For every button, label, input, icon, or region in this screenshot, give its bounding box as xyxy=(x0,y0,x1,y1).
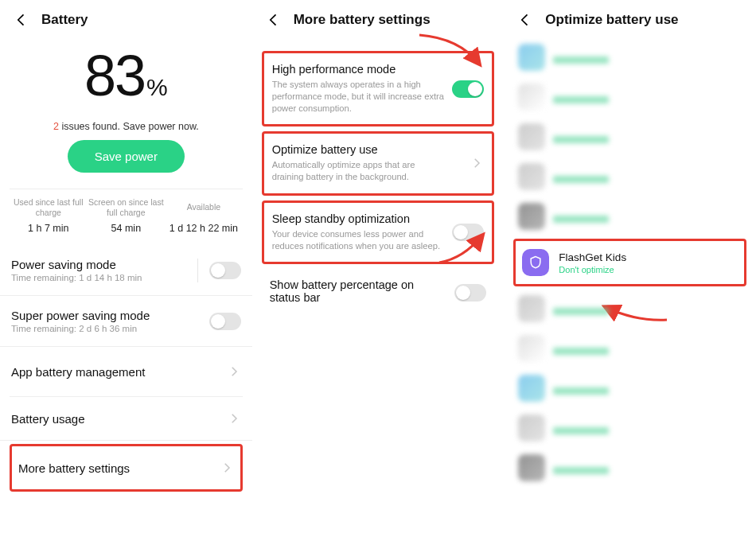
row-title: Super power saving mode xyxy=(11,309,209,322)
issues-count: 2 xyxy=(53,121,59,132)
app-status-blurred xyxy=(553,216,609,223)
flashget-kids-app-icon xyxy=(522,249,549,276)
app-name: FlashGet Kids xyxy=(559,251,738,263)
app-icon xyxy=(518,414,545,442)
battery-screen: Battery 83% 2 issues found. Save power n… xyxy=(0,0,252,537)
stat-col-screen: Screen on since last full charge 54 min xyxy=(88,197,166,234)
row-sleep-standby-optimization[interactable]: Sleep standby optimization Your device c… xyxy=(262,200,495,264)
list-item[interactable] xyxy=(513,159,746,194)
back-button[interactable] xyxy=(265,11,283,29)
stat-label: Screen on since last full charge xyxy=(88,197,166,218)
chevron-right-icon xyxy=(470,156,484,170)
battery-percent-value: 83 xyxy=(84,43,145,108)
arrow-left-icon xyxy=(517,12,533,28)
header: More battery settings xyxy=(262,11,495,29)
app-icon xyxy=(518,335,545,362)
issues-suffix: issues found. Save power now. xyxy=(59,121,199,132)
save-power-button[interactable]: Save power xyxy=(68,140,185,173)
app-icon xyxy=(518,123,545,150)
chevron-right-icon xyxy=(227,411,241,426)
app-status-blurred xyxy=(553,387,609,395)
toggle-knob xyxy=(211,263,225,278)
stat-value: 1 h 7 min xyxy=(10,223,88,234)
app-icon xyxy=(518,203,545,230)
high-performance-toggle[interactable] xyxy=(452,80,484,98)
row-more-battery-settings[interactable]: More battery settings xyxy=(10,444,243,492)
row-flashget-kids[interactable]: FlashGet Kids Don't optimize xyxy=(513,239,746,286)
header: Battery xyxy=(10,11,243,29)
chevron-right-icon xyxy=(220,461,234,475)
power-saving-toggle[interactable] xyxy=(209,262,241,279)
app-icon xyxy=(518,295,545,322)
row-title: More battery settings xyxy=(18,461,220,475)
app-icon xyxy=(518,163,545,190)
page-title: Battery xyxy=(41,12,88,28)
row-title: Optimize battery use xyxy=(272,143,485,156)
row-battery-usage[interactable]: Battery usage xyxy=(10,397,243,440)
list-item[interactable] xyxy=(513,411,746,446)
show-percentage-toggle[interactable] xyxy=(454,284,486,302)
toggle-knob xyxy=(454,225,468,239)
stat-value: 54 min xyxy=(88,223,166,234)
app-status: Don't optimize xyxy=(559,265,738,274)
stat-col-used: Used since last full charge 1 h 7 min xyxy=(10,197,88,234)
back-button[interactable] xyxy=(516,11,534,29)
app-icon xyxy=(518,84,545,111)
stat-label: Used since last full charge xyxy=(10,197,88,218)
app-status-blurred xyxy=(553,136,609,143)
row-sub: Time remaining: 2 d 6 h 36 min xyxy=(11,324,209,333)
app-status-blurred xyxy=(553,348,609,355)
super-power-saving-toggle[interactable] xyxy=(209,313,241,330)
row-title: High performance mode xyxy=(272,63,485,76)
chevron-right-icon xyxy=(227,364,241,379)
issues-text: 2 issues found. Save power now. xyxy=(10,121,243,132)
toggle-knob xyxy=(468,82,482,96)
shield-icon xyxy=(528,255,544,270)
app-status-blurred xyxy=(553,427,609,434)
app-icon xyxy=(518,454,545,481)
list-item[interactable] xyxy=(513,119,746,154)
row-title: Power saving mode xyxy=(11,258,193,271)
page-title: More battery settings xyxy=(294,12,431,28)
battery-stats: Used since last full charge 1 h 7 min Sc… xyxy=(10,189,243,245)
row-high-performance-mode[interactable]: High performance mode The system always … xyxy=(262,51,495,126)
arrow-left-icon xyxy=(14,12,29,28)
row-sub: Time remaining: 1 d 14 h 18 min xyxy=(11,273,193,282)
list-item[interactable] xyxy=(513,371,746,406)
row-optimize-battery-use[interactable]: Optimize battery use Automatically optim… xyxy=(262,131,495,195)
toggle-knob xyxy=(456,286,470,300)
page-title: Optimize battery use xyxy=(545,12,678,28)
app-icon xyxy=(518,375,545,402)
app-status-blurred xyxy=(553,467,609,474)
app-status-blurred: Auto-optimize xyxy=(553,56,609,64)
row-show-battery-percentage[interactable]: Show battery percentage on status bar xyxy=(262,269,495,317)
stat-label: Available xyxy=(165,197,243,218)
more-battery-settings-screen: More battery settings High performance m… xyxy=(252,0,505,537)
app-icon xyxy=(518,44,545,71)
toggle-knob xyxy=(211,314,225,329)
row-app-battery-management[interactable]: App battery management xyxy=(10,347,243,397)
list-item[interactable] xyxy=(513,291,746,326)
percent-sign: % xyxy=(146,74,168,101)
back-button[interactable] xyxy=(13,11,30,29)
row-main: Power saving mode Time remaining: 1 d 14… xyxy=(11,258,193,282)
list-item[interactable]: Auto-optimize xyxy=(513,40,746,75)
sleep-standby-toggle[interactable] xyxy=(452,224,484,241)
list-item[interactable] xyxy=(513,331,746,366)
list-item[interactable] xyxy=(513,80,746,115)
row-description: Automatically optimize apps that are dra… xyxy=(272,159,485,183)
list-item[interactable] xyxy=(513,450,746,485)
row-title: App battery management xyxy=(11,365,227,379)
list-item[interactable] xyxy=(513,199,746,234)
header: Optimize battery use xyxy=(513,11,746,29)
divider xyxy=(0,440,252,441)
row-power-saving-mode[interactable]: Power saving mode Time remaining: 1 d 14… xyxy=(10,245,243,295)
row-title: Battery usage xyxy=(11,412,227,426)
optimize-battery-use-screen: Optimize battery use Auto-optimize Flash… xyxy=(504,0,756,537)
battery-percent-display: 83% xyxy=(10,43,243,108)
app-status-blurred xyxy=(553,96,609,103)
separator xyxy=(197,259,198,282)
row-super-power-saving-mode[interactable]: Super power saving mode Time remaining: … xyxy=(10,296,243,346)
stat-col-available: Available 1 d 12 h 22 min xyxy=(165,197,243,234)
arrow-left-icon xyxy=(266,12,282,28)
